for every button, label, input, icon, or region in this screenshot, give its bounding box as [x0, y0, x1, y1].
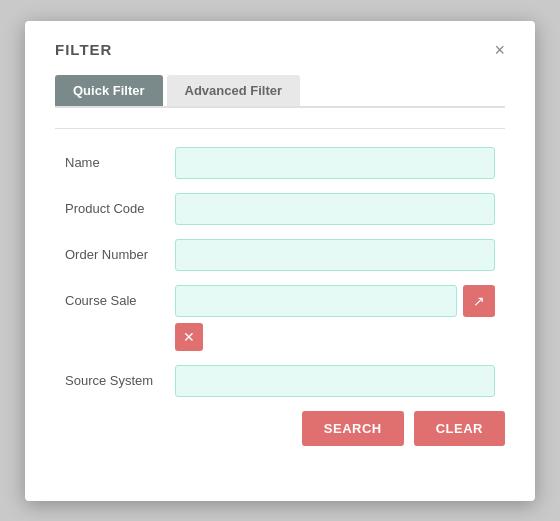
action-row: SEARCH CLEAR: [55, 411, 505, 446]
tab-quick-filter[interactable]: Quick Filter: [55, 75, 163, 106]
order-number-label: Order Number: [65, 247, 175, 262]
product-code-row: Product Code: [65, 193, 495, 225]
course-sale-input-wrap: ↗: [175, 285, 495, 317]
modal-header: FILTER ×: [55, 41, 505, 59]
divider: [55, 128, 505, 129]
x-icon: ✕: [183, 329, 195, 345]
source-system-row: Source System: [65, 365, 495, 397]
product-code-input[interactable]: [175, 193, 495, 225]
form-body: Name Product Code Order Number Course Sa…: [55, 147, 505, 397]
filter-modal: FILTER × Quick Filter Advanced Filter Na…: [25, 21, 535, 501]
course-sale-label: Course Sale: [65, 293, 175, 308]
product-code-label: Product Code: [65, 201, 175, 216]
arrow-icon: ↗: [473, 293, 485, 309]
modal-overlay: FILTER × Quick Filter Advanced Filter Na…: [0, 0, 560, 521]
source-system-input[interactable]: [175, 365, 495, 397]
clear-button[interactable]: CLEAR: [414, 411, 505, 446]
name-label: Name: [65, 155, 175, 170]
name-input[interactable]: [175, 147, 495, 179]
course-sale-row: Course Sale ↗: [65, 285, 495, 317]
close-button[interactable]: ×: [494, 41, 505, 59]
modal-title: FILTER: [55, 41, 112, 58]
tab-row: Quick Filter Advanced Filter: [55, 75, 505, 108]
source-system-label: Source System: [65, 373, 175, 388]
remove-course-sale-button[interactable]: ✕: [175, 323, 203, 351]
tab-advanced-filter[interactable]: Advanced Filter: [167, 75, 301, 106]
course-sale-input[interactable]: [175, 285, 457, 317]
order-number-input[interactable]: [175, 239, 495, 271]
name-row: Name: [65, 147, 495, 179]
order-number-row: Order Number: [65, 239, 495, 271]
course-sale-arrow-button[interactable]: ↗: [463, 285, 495, 317]
search-button[interactable]: SEARCH: [302, 411, 404, 446]
